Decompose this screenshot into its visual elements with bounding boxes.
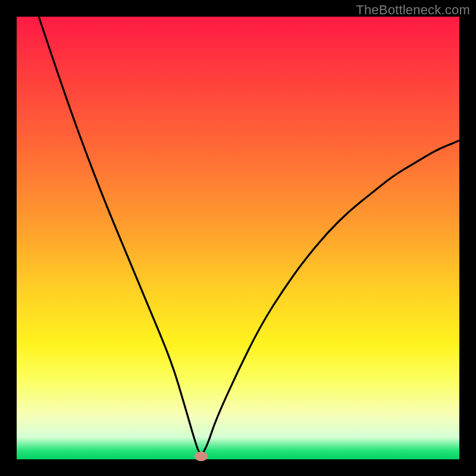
watermark-text: TheBottleneck.com [356,2,470,18]
bottleneck-curve-path [39,17,459,453]
plot-area [17,17,459,459]
curve-layer [17,17,459,459]
optimum-marker [195,452,208,461]
chart-frame: TheBottleneck.com [0,0,476,476]
